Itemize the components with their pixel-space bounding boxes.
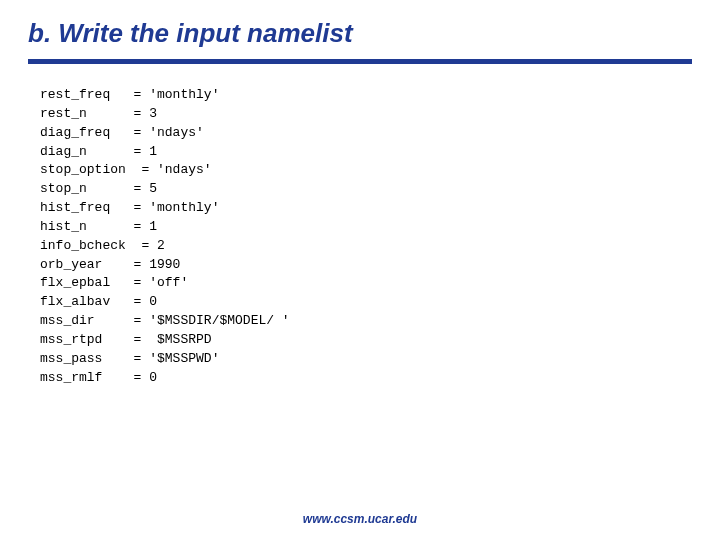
slide-title: b. Write the input namelist xyxy=(28,18,692,49)
slide: b. Write the input namelist rest_freq = … xyxy=(0,0,720,540)
title-divider xyxy=(28,59,692,64)
footer-url: www.ccsm.ucar.edu xyxy=(0,512,720,526)
namelist-block: rest_freq = 'monthly' rest_n = 3 diag_fr… xyxy=(28,86,692,388)
